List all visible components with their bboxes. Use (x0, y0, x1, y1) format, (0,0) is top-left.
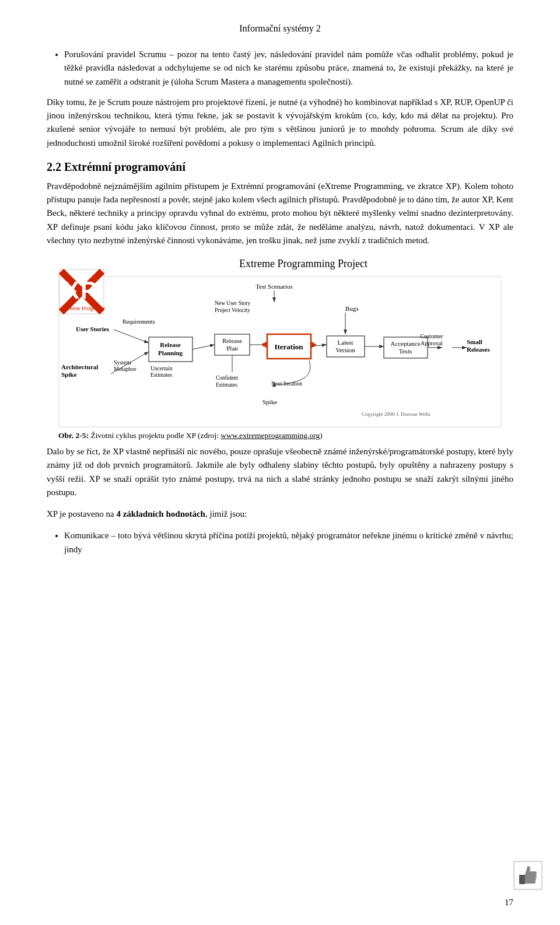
svg-text:Architectural: Architectural (61, 363, 98, 370)
svg-text:Confident: Confident (216, 375, 238, 381)
svg-text:New User Story: New User Story (215, 300, 250, 306)
para4-rest: , jimiž jsou: (205, 509, 247, 518)
svg-text:Customer: Customer (421, 333, 444, 339)
svg-text:Copyright 2000 J. Donvan Wells: Copyright 2000 J. Donvan Wells (362, 411, 430, 417)
paragraph-xp-intro: Pravděpodobně nejznámějším agilním příst… (47, 180, 513, 247)
svg-text:Uncertain: Uncertain (150, 366, 173, 372)
list-item: Porušování pravidel Scrumu – pozor na te… (64, 48, 513, 89)
section-heading-xp: 2.2 Extrémní programování (47, 160, 513, 174)
svg-text:Version: Version (335, 346, 355, 353)
final-bullet-list: Komunikace – toto bývá většinou skrytá p… (64, 529, 513, 556)
extremeprogramming-link[interactable]: www.extremeprogramming.org (220, 431, 320, 440)
svg-text:Metaphor: Metaphor (114, 366, 137, 372)
svg-text:Spike: Spike (61, 371, 76, 378)
xp-diagram: X P Extreme Programming Extreme Programm… (58, 258, 502, 440)
svg-text:Project Velocity: Project Velocity (215, 307, 250, 313)
svg-text:Extreme Programming: Extreme Programming (61, 306, 105, 311)
svg-text:P: P (80, 276, 97, 304)
para4-bold: 4 základních hodnotách (116, 509, 205, 518)
xp-logo: X P Extreme Programming (58, 268, 105, 315)
svg-text:Small: Small (467, 338, 482, 345)
svg-rect-58 (519, 875, 525, 884)
thumb-icon (513, 861, 542, 890)
svg-marker-36 (311, 341, 317, 348)
svg-text:System: System (114, 359, 131, 366)
svg-text:Iteration: Iteration (274, 342, 303, 351)
svg-marker-35 (261, 341, 267, 348)
svg-text:Estimates: Estimates (216, 382, 237, 388)
svg-text:Release: Release (160, 341, 181, 348)
svg-text:Plan: Plan (226, 345, 238, 352)
svg-text:Latest: Latest (338, 339, 354, 346)
svg-line-23 (192, 345, 215, 349)
paragraph-xp-history: Dalo by se říct, že XP vlastně nepřináší… (47, 445, 513, 499)
list-item: Komunikace – toto bývá většinou skrytá p… (64, 529, 513, 556)
xp-diagram-container: X P Extreme Programming Extreme Programm… (47, 258, 513, 440)
svg-text:Planning: Planning (158, 349, 183, 356)
svg-text:Spike: Spike (262, 398, 277, 405)
intro-bullet-list: Porušování pravidel Scrumu – pozor na te… (64, 48, 513, 89)
svg-text:Bugs: Bugs (345, 305, 359, 312)
fig-caption: Obr. 2-5: Životní cyklus projektu podle … (58, 431, 502, 440)
svg-text:Acceptance: Acceptance (390, 340, 420, 347)
paragraph-scrum: Díky tomu, že je Scrum pouze nástrojem p… (47, 96, 513, 150)
xp-flow-diagram: Test Scenarios User Stories Requirements… (58, 276, 502, 428)
svg-text:Releases: Releases (467, 346, 490, 353)
svg-text:User Stories: User Stories (76, 325, 110, 332)
svg-text:Estimates: Estimates (150, 372, 172, 378)
svg-text:Release: Release (222, 337, 242, 344)
page-number: 17 (505, 898, 513, 908)
para4-intro: XP je postaveno na (47, 509, 116, 518)
svg-text:Requirements: Requirements (123, 318, 155, 325)
svg-text:Approval: Approval (421, 340, 443, 346)
svg-text:Tests: Tests (399, 348, 412, 355)
svg-text:Test Scenarios: Test Scenarios (256, 283, 293, 290)
svg-line-12 (114, 330, 149, 343)
paragraph-xp-values-intro: XP je postaveno na 4 základních hodnotác… (47, 507, 513, 521)
page-title: Informační systémy 2 (47, 23, 513, 34)
diagram-title: Extreme Programming Project (105, 258, 502, 270)
svg-text:X: X (63, 276, 79, 304)
